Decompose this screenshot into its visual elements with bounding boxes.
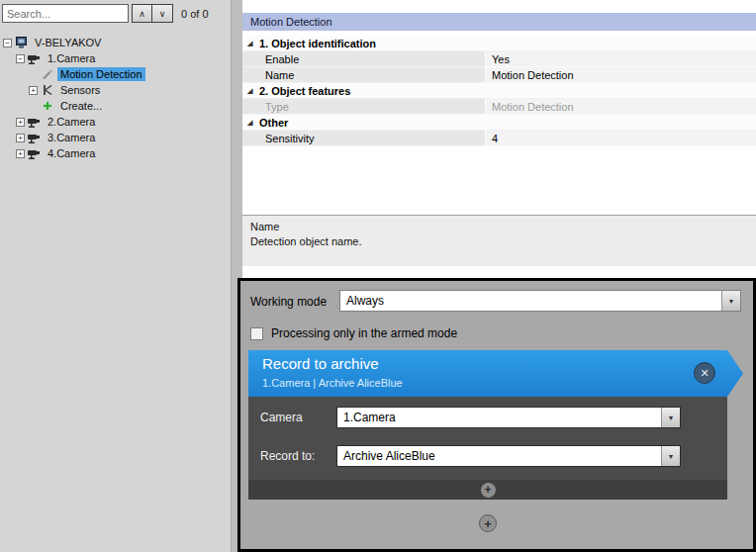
group-expanded-icon: ◢ [247, 119, 259, 127]
chevron-up-icon: ∧ [139, 9, 145, 19]
chevron-down-icon: ∨ [159, 9, 166, 19]
armed-mode-row[interactable]: Processing only in the armed mode [250, 326, 457, 340]
camera-icon [28, 53, 42, 64]
search-prev-button[interactable]: ∧ [132, 4, 152, 23]
record-to-label: Record to: [260, 449, 315, 463]
property-row: Name Motion Detection [242, 67, 756, 83]
chevron-down-icon[interactable]: ▼ [721, 291, 740, 311]
search-result-counter: 0 of 0 [181, 8, 209, 20]
property-row: Type Motion Detection [242, 99, 756, 115]
property-value: Motion Detection [485, 99, 756, 115]
tree-item-label: 2.Camera [45, 115, 98, 129]
rule-settings-panel: Camera 1.Camera ▼ Record to: Archive Ali… [248, 397, 727, 500]
tree-item-sensors[interactable]: + Sensors [0, 82, 231, 98]
property-value[interactable]: Motion Detection [485, 67, 756, 83]
record-to-archive-banner: Record to archive 1.Camera | Archive Ali… [248, 350, 743, 397]
tree-item-server[interactable]: − V-BELYAKOV [0, 35, 231, 50]
add-action-strip: + [248, 480, 727, 500]
chevron-down-icon[interactable]: ▼ [661, 408, 680, 427]
tree-item-label: 4.Camera [45, 146, 98, 160]
close-icon[interactable]: ✕ [694, 362, 715, 384]
property-group-header[interactable]: ◢ 2. Object features [242, 83, 756, 99]
property-label: Type [242, 99, 485, 115]
group-title: 2. Object features [259, 85, 350, 97]
working-mode-select[interactable]: Always ▼ [339, 290, 741, 312]
app-window: ∧ ∨ 0 of 0 − V-BELYAKOV − [0, 0, 756, 552]
search-next-button[interactable]: ∨ [152, 4, 173, 23]
detection-settings-panel: Working mode Always ▼ Processing only in… [237, 278, 756, 552]
group-title: Other [259, 117, 288, 129]
working-mode-label: Working mode [250, 295, 327, 309]
camera-icon [28, 133, 42, 143]
search-input[interactable] [2, 4, 129, 23]
tree-item-label: 1.Camera [45, 51, 98, 65]
expand-expander-icon[interactable]: + [29, 86, 38, 95]
tree-item-label: 3.Camera [45, 131, 98, 144]
record-to-value: Archive AliceBlue [337, 449, 661, 463]
add-rule-row: + [248, 514, 727, 532]
tree-item-label: V-BELYAKOV [32, 36, 104, 49]
tree-item-motion-detection[interactable]: Motion Detection [0, 66, 231, 82]
tree-item-camera-1[interactable]: − 1.Camera [0, 50, 231, 66]
collapse-expander-icon[interactable]: − [3, 39, 12, 47]
tree-item-label: Create... [57, 99, 105, 113]
camera-row: Camera 1.Camera ▼ [248, 407, 727, 430]
property-value[interactable]: 4 [485, 131, 756, 146]
properties-panel: Motion Detection ◢ 1. Object identificat… [242, 0, 756, 278]
tree-item-label: Sensors [57, 83, 103, 97]
device-tree: − V-BELYAKOV − [0, 35, 231, 161]
property-row: Enable Yes [242, 51, 756, 67]
property-grid: ◢ 1. Object identification Enable Yes Na… [242, 36, 756, 146]
computer-icon [15, 37, 29, 48]
search-bar: ∧ ∨ 0 of 0 [0, 0, 231, 23]
device-tree-panel: ∧ ∨ 0 of 0 − V-BELYAKOV − [0, 0, 231, 552]
motion-detection-icon [41, 68, 54, 80]
tree-item-create[interactable]: Create... [0, 98, 231, 114]
camera-label: Camera [260, 411, 303, 424]
record-to-row: Record to: Archive AliceBlue ▼ [248, 445, 727, 469]
properties-header: Motion Detection [242, 13, 756, 31]
tree-item-camera-4[interactable]: + 4.Camera [0, 145, 231, 161]
description-title: Name [250, 221, 748, 232]
add-rule-button[interactable]: + [479, 514, 497, 532]
camera-value: 1.Camera [337, 411, 661, 424]
group-expanded-icon: ◢ [247, 87, 259, 95]
armed-mode-label: Processing only in the armed mode [271, 326, 457, 340]
camera-icon [28, 117, 42, 128]
camera-icon [28, 148, 42, 159]
property-value[interactable]: Yes [485, 51, 756, 67]
working-mode-value: Always [340, 294, 721, 308]
description-text: Detection object name. [250, 235, 748, 247]
camera-select[interactable]: 1.Camera ▼ [336, 407, 681, 428]
armed-mode-checkbox[interactable] [250, 327, 263, 340]
expand-expander-icon[interactable]: + [16, 149, 25, 158]
expand-expander-icon[interactable]: + [16, 118, 25, 127]
property-label: Name [242, 67, 485, 83]
property-group-header[interactable]: ◢ 1. Object identification [242, 36, 756, 51]
group-title: 1. Object identification [259, 38, 376, 49]
property-description: Name Detection object name. [242, 215, 756, 266]
collapse-expander-icon[interactable]: − [16, 54, 25, 63]
property-group-header[interactable]: ◢ Other [242, 115, 756, 131]
record-to-select[interactable]: Archive AliceBlue ▼ [336, 445, 681, 467]
tree-item-camera-3[interactable]: + 3.Camera [0, 130, 231, 145]
banner-title: Record to archive [262, 355, 379, 372]
property-label: Sensitivity [242, 131, 485, 146]
group-expanded-icon: ◢ [247, 40, 259, 47]
tree-item-camera-2[interactable]: + 2.Camera [0, 114, 231, 130]
property-label: Enable [242, 51, 485, 67]
property-row: Sensitivity 4 [242, 131, 756, 146]
create-plus-icon [41, 100, 54, 112]
tree-item-label: Motion Detection [57, 67, 145, 81]
expand-expander-icon[interactable]: + [16, 134, 25, 142]
chevron-down-icon[interactable]: ▼ [661, 446, 680, 466]
sensors-icon [41, 84, 54, 96]
banner-subtitle: 1.Camera | Archive AliceBlue [262, 377, 403, 389]
add-action-button[interactable]: + [481, 483, 496, 498]
